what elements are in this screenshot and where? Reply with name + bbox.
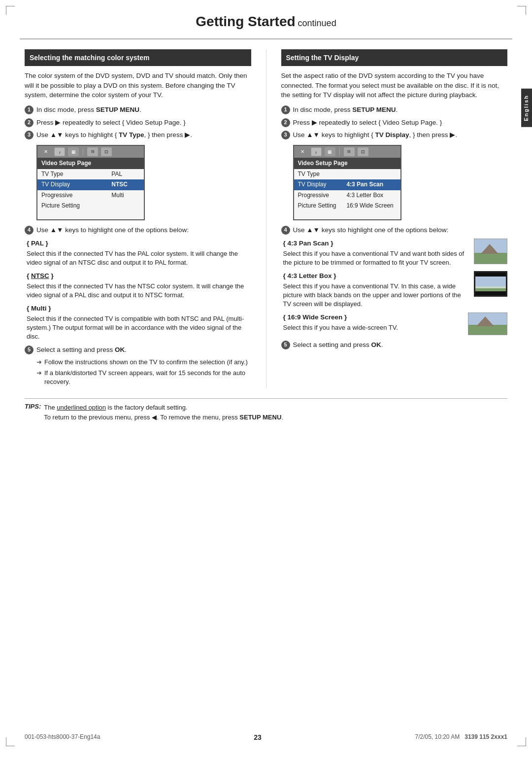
right-option-widescreen-content: { 16:9 Wide Screen } Select this if you … <box>283 312 465 332</box>
right-step-num-3: 3 <box>281 131 290 139</box>
page-title: Getting Started continued <box>20 0 512 39</box>
left-followup-1: ➜ Follow the instructions shown on the T… <box>36 358 251 367</box>
right-step-2: 2 Press ▶ repeatedly to select { Video S… <box>281 118 508 128</box>
menu-icon-settings1: ⊟ <box>87 147 98 156</box>
left-option-multi-desc: Select this if the connected TV is compa… <box>27 314 251 342</box>
left-followup-2: ➜ If a blank/distorted TV screen appears… <box>36 369 251 386</box>
left-step-text-3: Use ▲▼ keys to highlight { TV Type, } th… <box>36 130 251 140</box>
thumb-ground-ws <box>468 325 507 335</box>
menu-row-tvtype: TV Type PAL <box>37 169 144 179</box>
footer-left: 001-053-hts8000-37-Eng14a <box>25 733 100 741</box>
right-option-widescreen: { 16:9 Wide Screen } Select this if you … <box>283 312 508 335</box>
right-menu-table: TV Type TV Display 4:3 Pan Scan Progress… <box>294 169 400 219</box>
left-option-ntsc: { NTSC } Select this if the connected TV… <box>27 271 251 300</box>
tips-line2: To return to the previous menu, press ◀.… <box>44 413 283 422</box>
menu-cell-value-r2: 4:3 Pan Scan <box>342 179 400 190</box>
right-menu-title: Video Setup Page <box>294 158 400 169</box>
menu-cell-label: TV Display <box>37 179 107 190</box>
menu-icon-settings2-r: ⊡ <box>358 147 368 156</box>
menu-icon-settings1-r: ⊟ <box>344 147 355 156</box>
left-step-3: 3 Use ▲▼ keys to highlight { TV Type, } … <box>25 130 251 140</box>
right-step-text-1: In disc mode, press SETUP MENU. <box>293 105 508 115</box>
letterbox-bar-top <box>475 273 506 277</box>
left-menu-title: Video Setup Page <box>37 158 144 169</box>
left-option-pal: { PAL } Select this if the connected TV … <box>27 239 251 267</box>
right-step-5: 5 Select a setting and press OK. <box>281 340 508 350</box>
thumb-mountain-ws <box>476 316 494 326</box>
left-option-multi: { Multi } Select this if the connected T… <box>27 304 251 341</box>
right-option-widescreen-title: { 16:9 Wide Screen } <box>283 312 465 322</box>
column-divider <box>266 49 266 388</box>
menu-cell-label-r3: Progressive <box>294 190 343 201</box>
right-step-4: 4 Use ▲▼ keys sto highlight one of the o… <box>281 225 508 235</box>
corner-mark-tl <box>6 6 15 15</box>
panscan-thumbnail <box>474 239 507 264</box>
menu-cell-value: PAL <box>107 169 144 179</box>
menu-icon-scissors-r: ✕ <box>297 147 308 156</box>
menu-cell-value: Multi <box>107 190 144 201</box>
menu-cell-label: Progressive <box>37 190 107 201</box>
menu-cell-value-r4: 16:9 Wide Screen <box>342 201 400 211</box>
right-step-text-2: Press ▶ repeatedly to select { Video Set… <box>293 118 508 128</box>
left-step-text-1: In disc mode, press SETUP MENU. <box>36 105 251 115</box>
menu-row-tvtype-r: TV Type <box>294 169 400 179</box>
left-step-text-4: Use ▲▼ keys to highlight one of the opti… <box>36 225 251 235</box>
right-option-widescreen-row: { 16:9 Wide Screen } Select this if you … <box>283 312 508 335</box>
footer-center: 23 <box>254 733 262 741</box>
footer-date: 7/2/05, 10:20 AM <box>415 733 460 740</box>
thumb-ground <box>474 253 507 264</box>
left-intro: The color system of the DVD system, DVD … <box>25 71 251 100</box>
footer-model: 3139 115 2xxx1 <box>465 733 507 740</box>
menu-icon-settings2: ⊡ <box>101 147 112 156</box>
right-option-panscan-title: { 4:3 Pan Scan } <box>283 239 470 248</box>
footer-right: 7/2/05, 10:20 AM 3139 115 2xxx1 <box>415 733 507 741</box>
right-step-1: 1 In disc mode, press SETUP MENU. <box>281 105 508 115</box>
arrow-icon-1: ➜ <box>36 358 42 367</box>
left-step-5: 5 Select a setting and press OK. <box>25 345 251 355</box>
menu-row-spacer <box>37 211 144 219</box>
menu-cell-value-r <box>342 169 400 179</box>
menu-icon-scissors: ✕ <box>40 147 51 156</box>
menu-row-tvdisplay: TV Display NTSC <box>37 179 144 190</box>
footer: 001-053-hts8000-37-Eng14a 23 7/2/05, 10:… <box>25 733 507 741</box>
left-followup-text-2: If a blank/distorted TV screen appears, … <box>44 369 251 386</box>
menu-cell-label-r2: TV Display <box>294 179 343 190</box>
corner-mark-br <box>517 737 526 746</box>
letterbox-thumbnail <box>474 271 507 297</box>
right-option-letterbox: { 4:3 Letter Box } Select this if you ha… <box>283 271 508 309</box>
right-step-num-5: 5 <box>281 341 290 349</box>
page-title-text: Getting Started <box>196 14 295 29</box>
menu-icon-audio: ♪ <box>54 147 65 156</box>
right-step-num-2: 2 <box>281 118 290 127</box>
tips-underlined-option: underlined option <box>57 404 106 411</box>
menu-row-picture-r: Picture Setting 16:9 Wide Screen <box>294 201 400 211</box>
right-option-panscan-row: { 4:3 Pan Scan } Select this if you have… <box>283 239 508 267</box>
right-step-num-4: 4 <box>281 226 290 235</box>
tips-bold-setup: SETUP MENU <box>239 414 281 421</box>
right-column: Setting the TV Display Set the aspect ra… <box>281 49 508 388</box>
menu-row-progressive-r: Progressive 4:3 Letter Box <box>294 190 400 201</box>
right-option-panscan-content: { 4:3 Pan Scan } Select this if you have… <box>283 239 470 267</box>
right-step-num-1: 1 <box>281 105 290 114</box>
right-section-header: Setting the TV Display <box>281 49 508 66</box>
tips-label: TIPS: <box>25 403 41 410</box>
left-followup: ➜ Follow the instructions shown on the T… <box>36 358 251 387</box>
right-option-letterbox-row: { 4:3 Letter Box } Select this if you ha… <box>283 271 508 309</box>
left-menu-mockup: ✕ ♪ ▦ ⊟ ⊡ Video Setup Page TV Type PAL T… <box>36 145 145 220</box>
right-option-panscan-desc: Select this if you have a conventional T… <box>283 249 470 267</box>
left-followup-text-1: Follow the instructions shown on the TV … <box>44 358 248 367</box>
menu-icon-video: ▦ <box>68 147 79 156</box>
menu-cell-value-r3: 4:3 Letter Box <box>342 190 400 201</box>
language-tab: English <box>521 89 532 127</box>
left-step-num-4: 4 <box>25 226 33 235</box>
right-option-letterbox-desc: Select this if you have a conventional T… <box>283 282 470 309</box>
left-menu-icons-bar: ✕ ♪ ▦ ⊟ ⊡ <box>37 146 144 158</box>
menu-icon-sep-1 <box>83 148 83 155</box>
right-step-text-3: Use ▲▼ keys to highlight { TV Display, }… <box>293 130 508 140</box>
menu-cell-label: Picture Setting <box>37 201 107 211</box>
left-menu-table: TV Type PAL TV Display NTSC Progressive … <box>37 169 144 219</box>
page-title-suffix: continued <box>296 18 336 28</box>
left-option-ntsc-title: { NTSC } <box>27 271 251 281</box>
widescreen-thumbnail <box>468 312 507 335</box>
menu-cell-value <box>107 201 144 211</box>
